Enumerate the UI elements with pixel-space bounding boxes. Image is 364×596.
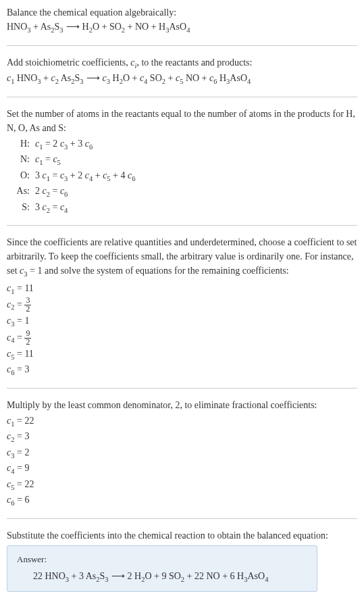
step2-text: Add stoichiometric coefficients, ci, to … [7,55,357,72]
eq-row-h: H: c1 = 2 c3 + 3 c6 [9,136,357,153]
step5-section: Multiply by the least common denominator… [7,398,357,509]
coeff-row: c1 = 11 [7,281,357,297]
coeff-row: c3 = 2 [7,445,357,462]
coeff-row: c4 = 9 [7,461,357,477]
eq-label: As: [9,184,30,198]
eq-value: 3 c1 = c3 + 2 c4 + c5 + 4 c6 [35,168,135,184]
divider [7,225,357,226]
coeff-row: c6 = 6 [7,493,357,509]
step5-text: Multiply by the least common denominator… [7,398,357,412]
divider [7,388,357,389]
step4-section: Since the coefficients are relative quan… [7,235,357,378]
step1-equation: HNO3 + As2S3⟶H2O + SO2 + NO + H3AsO4 [7,20,357,36]
coeff-row: c5 = 11 [7,347,357,363]
coeff-row: c6 = 3 [7,362,357,378]
eq-label: S: [9,200,30,214]
answer-equation: 22 HNO3 + 3 As2S3⟶2 H2O + 9 SO2 + 22 NO … [33,569,307,585]
eq-value: c1 = 2 c3 + 3 c6 [35,136,93,153]
eq-row-n: N: c1 = c5 [9,152,357,168]
eq-label: H: [9,136,30,151]
step6-text: Substitute the coefficients into the che… [7,528,357,543]
step3-text: Set the number of atoms in the reactants… [7,107,357,135]
step2-section: Add stoichiometric coefficients, ci, to … [7,55,357,87]
eq-value: 2 c2 = c6 [35,184,68,200]
divider [7,97,357,97]
answer-label: Answer: [17,553,307,566]
atom-equations: H: c1 = 2 c3 + 3 c6 N: c1 = c5 O: 3 c1 =… [9,136,357,216]
coeff-list: c1 = 22 c2 = 3 c3 = 2 c4 = 9 c5 = 22 c6 … [7,414,357,509]
divider [7,518,357,519]
step4-text: Since the coefficients are relative quan… [7,235,357,280]
step2-equation: c1 HNO3 + c2 As2S3⟶c3 H2O + c4 SO2 + c5 … [7,71,357,87]
step3-section: Set the number of atoms in the reactants… [7,107,357,216]
answer-box: Answer: 22 HNO3 + 3 As2S3⟶2 H2O + 9 SO2 … [7,545,317,592]
eq-label: O: [9,168,30,182]
eq-value: c1 = c5 [35,152,61,168]
eq-value: 3 c2 = c4 [35,200,68,216]
coeff-list: c1 = 11 c2 = 32 c3 = 1 c4 = 92 c5 = 11 c… [7,281,357,378]
step1-text: Balance the chemical equation algebraica… [7,5,357,20]
eq-row-o: O: 3 c1 = c3 + 2 c4 + c5 + 4 c6 [9,168,357,184]
coeff-row: c5 = 22 [7,477,357,493]
coeff-row: c4 = 92 [7,330,357,347]
eq-row-s: S: 3 c2 = c4 [9,200,357,216]
step6-section: Substitute the coefficients into the che… [7,528,357,592]
step1-section: Balance the chemical equation algebraica… [7,5,357,36]
divider [7,45,357,46]
coeff-row: c2 = 3 [7,429,357,445]
coeff-row: c3 = 1 [7,314,357,330]
coeff-row: c1 = 22 [7,414,357,430]
eq-label: N: [9,152,30,166]
eq-row-as: As: 2 c2 = c6 [9,184,357,200]
coeff-row: c2 = 32 [7,297,357,314]
